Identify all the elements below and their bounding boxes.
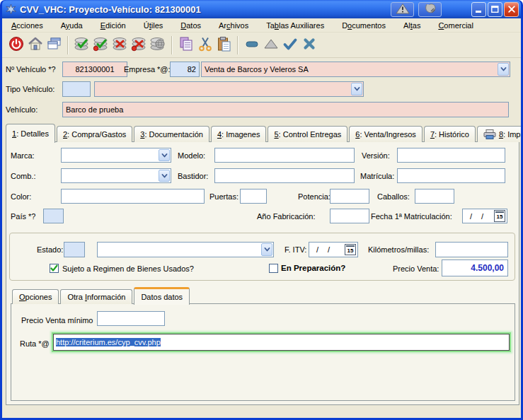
menu-item-edicion[interactable]: Edición <box>96 20 131 31</box>
empresa-value: Venta de Barcos y Veleros SA <box>205 65 309 74</box>
tab-historico[interactable]: 7: Histórico <box>424 126 476 142</box>
up-triangle-icon <box>263 35 280 54</box>
puertas-field[interactable] <box>240 189 267 204</box>
tab-detalles[interactable]: 1: Detalles <box>6 124 55 143</box>
detalles-pane: Marca: Modelo: Versión: Comb.: Bastidor:… <box>6 141 519 405</box>
regimen-checkbox[interactable] <box>50 264 59 273</box>
cancel-button[interactable] <box>299 35 318 55</box>
db-delete-button[interactable] <box>110 35 130 55</box>
toolbar-separator <box>67 36 69 54</box>
caballos-label: Caballos: <box>377 192 410 201</box>
comb-combo[interactable] <box>61 168 171 183</box>
power-icon <box>8 35 25 54</box>
chevron-down-icon[interactable] <box>261 243 272 256</box>
menu-item-documentos[interactable]: Documentos <box>337 20 391 31</box>
num-vehiculo-field[interactable]: 821300001 <box>62 62 127 77</box>
exit-button[interactable] <box>6 35 25 55</box>
chevron-down-icon[interactable] <box>159 149 170 161</box>
db-delete-icon <box>111 35 129 54</box>
preparacion-checkbox-label[interactable]: En Preparación? <box>281 264 345 272</box>
app-icon <box>5 4 17 15</box>
tab-label: 5: Control Entregas <box>274 130 341 139</box>
cut-button[interactable] <box>195 35 214 55</box>
vehiculo-field[interactable]: Barco de prueba <box>62 102 509 117</box>
version-field[interactable] <box>397 148 505 163</box>
tab-label: 3: Documentación <box>140 130 203 139</box>
calendar-icon[interactable]: 15 <box>345 244 356 255</box>
db-accept-button[interactable] <box>72 35 91 55</box>
potencia-field[interactable] <box>330 189 369 204</box>
main-tabstrip: 1: Detalles 2: Compra/Gastos 3: Document… <box>6 123 519 142</box>
calendar-icon[interactable]: 15 <box>494 210 505 222</box>
menu-item-datos[interactable]: Datos <box>176 20 206 31</box>
preparacion-checkbox[interactable] <box>269 264 278 273</box>
close-button[interactable] <box>504 2 519 17</box>
tools-button[interactable] <box>418 2 442 17</box>
subtab-opciones[interactable]: Opciones <box>12 289 59 304</box>
close-icon <box>508 4 515 15</box>
db-delete-commit-button[interactable] <box>130 35 149 55</box>
bastidor-label: Bastidor: <box>178 172 208 180</box>
tipo-code-field[interactable] <box>62 81 91 97</box>
tab-venta-ingresos[interactable]: 6: Venta/Ingresos <box>349 126 423 142</box>
kilometros-label: Kilómetros/millas: <box>368 245 429 254</box>
anio-fabricacion-field[interactable] <box>330 209 369 223</box>
marca-combo[interactable] <box>61 148 171 163</box>
copy-button[interactable] <box>176 35 195 55</box>
menu-item-tablas-auxiliares[interactable]: Tablas Auxiliares <box>261 20 329 31</box>
fecha-matriculacion-field[interactable]: / / 15 <box>462 209 507 223</box>
maximize-button[interactable] <box>488 2 502 17</box>
ruta-field[interactable]: http://criterium.es/cyp_cvv.php <box>53 334 510 351</box>
menu-item-archivos[interactable]: Archivos <box>214 20 253 31</box>
menu-item-comercial[interactable]: Comercial <box>433 20 478 31</box>
tab-compra-gastos[interactable]: 2: Compra/Gastos <box>57 126 132 142</box>
regimen-checkbox-label[interactable]: Sujeto a Regimen de Bienes Usados? <box>62 264 194 273</box>
tipo-combo[interactable] <box>94 81 364 97</box>
precio-venta-label: Precio Venta: <box>393 264 439 273</box>
paste-button[interactable] <box>214 35 234 55</box>
db-globe-button[interactable] <box>149 35 168 55</box>
minimize-button[interactable] <box>471 2 486 17</box>
matricula-field[interactable] <box>397 168 505 183</box>
pais-field[interactable] <box>43 209 64 223</box>
subtab-datos-datos[interactable]: Datos datos <box>134 287 190 305</box>
precio-venta-field[interactable]: 4.500,00 <box>442 259 508 276</box>
chevron-down-icon[interactable] <box>159 170 170 182</box>
bastidor-field[interactable] <box>214 168 355 183</box>
db-accept-commit-button[interactable] <box>91 35 110 55</box>
confirm-button[interactable] <box>280 35 299 55</box>
tab-control-entregas[interactable]: 5: Control Entregas <box>268 126 347 142</box>
fecha-matriculacion-label: Fecha 1ª Matriculación: <box>371 212 452 221</box>
caballos-field[interactable] <box>415 189 454 204</box>
fitv-field[interactable]: / / 15 <box>309 242 358 257</box>
fitv-value: / / <box>312 245 333 254</box>
estado-code-field[interactable] <box>64 242 85 257</box>
warning-button[interactable] <box>391 2 414 17</box>
collapse-button[interactable] <box>242 35 261 55</box>
subtab-otra-informacion[interactable]: Otra Información <box>60 289 132 304</box>
tab-documentacion[interactable]: 3: Documentación <box>134 126 209 142</box>
estado-combo[interactable] <box>97 242 274 257</box>
menu-item-altas[interactable]: Altas <box>398 20 425 31</box>
precio-venta-minimo-field[interactable] <box>97 311 165 326</box>
check-icon <box>282 35 299 54</box>
anio-fabricacion-label: Año Fabricación: <box>257 212 316 221</box>
windows-button[interactable] <box>45 35 64 55</box>
chevron-down-icon[interactable] <box>498 63 509 76</box>
empresa-combo[interactable]: Venta de Barcos y Veleros SA <box>201 62 510 77</box>
menu-item-utiles[interactable]: Útiles <box>139 20 168 31</box>
tab-label: 1: Detalles <box>12 129 49 138</box>
menu-item-ayuda[interactable]: Ayuda <box>56 20 88 31</box>
menu-item-acciones[interactable]: Acciones <box>6 20 48 31</box>
move-up-button[interactable] <box>261 35 280 55</box>
modelo-field[interactable] <box>214 148 355 163</box>
tab-imprimir[interactable]: 8: Imprimir <box>477 126 521 142</box>
minimize-icon <box>476 4 483 15</box>
chevron-down-icon[interactable] <box>351 83 362 95</box>
empresa-code-field[interactable]: 82 <box>170 62 200 77</box>
tab-imagenes[interactable]: 4: Imagenes <box>211 126 267 142</box>
color-field[interactable] <box>61 189 205 204</box>
copy-icon <box>178 35 195 54</box>
home-button[interactable] <box>25 35 45 55</box>
kilometros-field[interactable] <box>435 242 508 257</box>
